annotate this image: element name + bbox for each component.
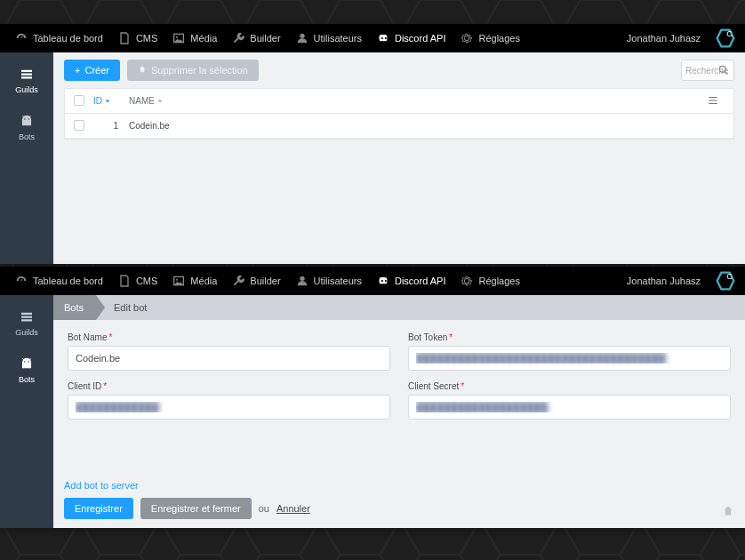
field-bot-token: Bot Token* (408, 332, 731, 371)
stack-icon (19, 309, 35, 325)
user-menu[interactable]: Jonathan Juhasz (614, 33, 708, 44)
create-button[interactable]: +Créer (64, 60, 120, 81)
input-bot-name[interactable] (68, 346, 390, 371)
brand-logo: C (713, 268, 738, 293)
plus-icon: + (75, 65, 80, 76)
brand-logo: C (713, 26, 738, 51)
sidebar-item-bots[interactable]: Bots (19, 353, 35, 388)
user-menu[interactable]: Jonathan Juhasz (614, 276, 708, 286)
data-table: ID NAME 1 Codein.be (64, 88, 734, 140)
input-bot-token[interactable] (408, 346, 731, 371)
form-footer: Add bot to server Enregistrer Enregistre… (64, 476, 734, 519)
input-client-id[interactable] (68, 395, 390, 420)
save-button[interactable]: Enregistrer (64, 498, 133, 519)
user-icon (295, 31, 309, 45)
add-bot-link[interactable]: Add bot to server (64, 480, 139, 491)
main-panel: Bots Edit bot Bot Name* Bot Token* Clien… (53, 295, 745, 528)
search-icon (717, 64, 730, 76)
user-icon (295, 274, 309, 288)
svg-point-11 (719, 66, 725, 72)
nav-builder[interactable]: Builder (224, 24, 287, 52)
label-bot-token: Bot Token* (408, 332, 731, 342)
col-name[interactable]: NAME (129, 96, 707, 106)
svg-point-10 (28, 118, 29, 120)
label-bot-name: Bot Name* (68, 332, 390, 342)
gear-icon (460, 31, 474, 45)
nav-builder[interactable]: Builder (224, 267, 287, 295)
discord-icon (376, 31, 390, 45)
nav-dashboard[interactable]: Tableau de bord (7, 24, 110, 52)
input-client-secret[interactable] (408, 395, 731, 420)
gear-icon (460, 274, 474, 288)
svg-point-2 (176, 36, 178, 38)
or-text: ou (259, 503, 269, 514)
nav-settings[interactable]: Réglages (453, 24, 526, 52)
screen-edit-bot: Tableau de bord CMS Média Builder Utilis… (0, 267, 745, 528)
row-checkbox[interactable] (74, 120, 93, 132)
nav-settings[interactable]: Réglages (453, 267, 526, 295)
cell-name: Codein.be (129, 121, 725, 131)
svg-text:C: C (726, 29, 733, 38)
toolbar: +Créer Supprimer la sélection Recherche (53, 52, 745, 88)
edit-form: Bot Name* Bot Token* Client ID* Client S… (53, 320, 745, 432)
nav-discord[interactable]: Discord API (369, 267, 453, 295)
svg-rect-19 (21, 319, 32, 321)
svg-point-9 (24, 118, 26, 120)
trash-icon (138, 65, 147, 76)
top-nav: Tableau de bord CMS Média Builder Utilis… (0, 267, 745, 295)
nav-users[interactable]: Utilisateurs (288, 267, 369, 295)
nav-cms[interactable]: CMS (110, 24, 164, 52)
sidebar: Guilds Bots (0, 295, 53, 528)
search-input[interactable]: Recherche (681, 60, 734, 81)
sidebar: Guilds Bots (0, 52, 53, 264)
delete-selection-button[interactable]: Supprimer la sélection (127, 60, 259, 81)
label-client-secret: Client Secret* (408, 381, 731, 391)
nav-media[interactable]: Média (164, 24, 224, 52)
image-icon (172, 274, 186, 288)
android-icon (19, 114, 35, 130)
svg-point-20 (24, 361, 26, 363)
col-id[interactable]: ID (93, 96, 129, 106)
svg-rect-6 (21, 70, 32, 72)
stack-icon (19, 67, 35, 83)
breadcrumb-bots[interactable]: Bots (53, 295, 96, 320)
select-all-checkbox[interactable] (74, 95, 93, 108)
sort-desc-icon (104, 98, 111, 105)
wrench-icon (231, 31, 245, 45)
nav-users[interactable]: Utilisateurs (288, 24, 369, 52)
table-header: ID NAME (65, 89, 733, 114)
svg-text:C: C (726, 272, 733, 281)
svg-point-21 (28, 361, 29, 363)
android-icon (19, 356, 35, 372)
sidebar-item-guilds[interactable]: Guilds (15, 63, 38, 98)
top-nav: Tableau de bord CMS Média Builder Utilis… (0, 24, 745, 52)
sort-icon (156, 98, 164, 105)
columns-toggle[interactable] (707, 94, 725, 108)
table-row[interactable]: 1 Codein.be (65, 114, 733, 139)
nav-cms[interactable]: CMS (110, 267, 164, 295)
page-icon (117, 31, 132, 45)
sidebar-item-bots[interactable]: Bots (19, 110, 35, 145)
page-icon (117, 274, 132, 288)
breadcrumb: Bots Edit bot (53, 295, 745, 320)
nav-dashboard[interactable]: Tableau de bord (7, 267, 110, 295)
svg-rect-18 (21, 316, 32, 318)
discord-icon (376, 274, 390, 288)
wrench-icon (231, 274, 245, 288)
main-panel: +Créer Supprimer la sélection Recherche … (53, 52, 745, 264)
svg-rect-8 (21, 76, 32, 78)
nav-discord[interactable]: Discord API (369, 24, 453, 52)
delete-icon[interactable] (722, 505, 734, 517)
svg-rect-7 (21, 74, 32, 76)
cancel-link[interactable]: Annuler (276, 503, 310, 514)
image-icon (172, 31, 186, 45)
breadcrumb-edit: Edit bot (96, 295, 159, 320)
nav-media[interactable]: Média (164, 267, 224, 295)
svg-point-13 (176, 279, 178, 281)
save-close-button[interactable]: Enregistrer et fermer (140, 498, 252, 519)
gauge-icon (14, 31, 28, 45)
sidebar-item-guilds[interactable]: Guilds (15, 306, 38, 340)
svg-point-3 (300, 34, 304, 38)
gauge-icon (14, 274, 28, 288)
svg-rect-17 (21, 313, 32, 315)
